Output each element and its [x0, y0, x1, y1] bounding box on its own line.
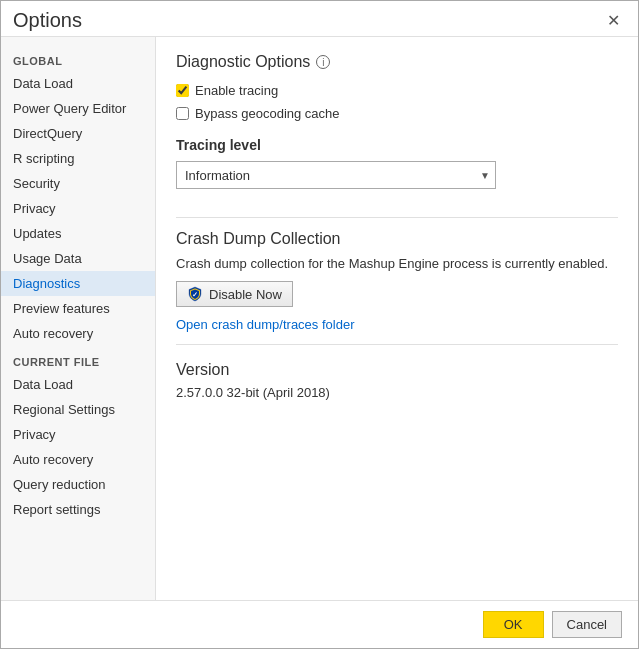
info-icon: i: [316, 55, 330, 69]
enable-tracing-checkbox[interactable]: [176, 84, 189, 97]
sidebar-item-r-scripting[interactable]: R scripting: [1, 146, 155, 171]
sidebar: GLOBAL Data Load Power Query Editor Dire…: [1, 37, 156, 600]
global-section-header: GLOBAL: [1, 45, 155, 71]
sidebar-item-cf-auto-recovery[interactable]: Auto recovery: [1, 447, 155, 472]
crash-dump-desc: Crash dump collection for the Mashup Eng…: [176, 256, 618, 271]
current-file-section-header: CURRENT FILE: [1, 346, 155, 372]
svg-text:✓: ✓: [192, 291, 198, 298]
main-content: Diagnostic Options i Enable tracing Bypa…: [156, 37, 638, 600]
diagnostic-options-label: Diagnostic Options: [176, 53, 310, 71]
open-crash-dump-link[interactable]: Open crash dump/traces folder: [176, 317, 354, 332]
sidebar-item-power-query-editor[interactable]: Power Query Editor: [1, 96, 155, 121]
dialog-title: Options: [13, 9, 82, 32]
disable-now-button[interactable]: ✓ Disable Now: [176, 281, 293, 307]
crash-dump-title: Crash Dump Collection: [176, 230, 618, 248]
sidebar-item-preview-features[interactable]: Preview features: [1, 296, 155, 321]
sidebar-item-cf-privacy[interactable]: Privacy: [1, 422, 155, 447]
sidebar-item-privacy[interactable]: Privacy: [1, 196, 155, 221]
tracing-level-dropdown-container: Information Verbose Error ▼: [176, 161, 496, 189]
dialog-body: GLOBAL Data Load Power Query Editor Dire…: [1, 36, 638, 600]
sidebar-item-report-settings[interactable]: Report settings: [1, 497, 155, 522]
sidebar-item-data-load[interactable]: Data Load: [1, 71, 155, 96]
bypass-geocoding-label[interactable]: Bypass geocoding cache: [195, 106, 340, 121]
sidebar-item-cf-data-load[interactable]: Data Load: [1, 372, 155, 397]
enable-tracing-label[interactable]: Enable tracing: [195, 83, 278, 98]
sidebar-item-auto-recovery-global[interactable]: Auto recovery: [1, 321, 155, 346]
close-button[interactable]: ✕: [601, 11, 626, 31]
enable-tracing-row: Enable tracing: [176, 83, 618, 98]
cancel-button[interactable]: Cancel: [552, 611, 622, 638]
divider-1: [176, 217, 618, 218]
sidebar-item-regional-settings[interactable]: Regional Settings: [1, 397, 155, 422]
bypass-geocoding-checkbox[interactable]: [176, 107, 189, 120]
sidebar-item-usage-data[interactable]: Usage Data: [1, 246, 155, 271]
sidebar-item-diagnostics[interactable]: Diagnostics: [1, 271, 155, 296]
tracing-level-title: Tracing level: [176, 137, 618, 153]
title-bar: Options ✕: [1, 1, 638, 36]
shield-icon: ✓: [187, 286, 203, 302]
sidebar-item-security[interactable]: Security: [1, 171, 155, 196]
divider-2: [176, 344, 618, 345]
ok-button[interactable]: OK: [483, 611, 544, 638]
dialog-footer: OK Cancel: [1, 600, 638, 648]
diagnostic-options-title: Diagnostic Options i: [176, 53, 618, 71]
sidebar-item-directquery[interactable]: DirectQuery: [1, 121, 155, 146]
bypass-geocoding-row: Bypass geocoding cache: [176, 106, 618, 121]
version-title: Version: [176, 361, 618, 379]
sidebar-item-updates[interactable]: Updates: [1, 221, 155, 246]
version-value: 2.57.0.0 32-bit (April 2018): [176, 385, 618, 400]
disable-now-label: Disable Now: [209, 287, 282, 302]
sidebar-item-query-reduction[interactable]: Query reduction: [1, 472, 155, 497]
tracing-level-select[interactable]: Information Verbose Error: [176, 161, 496, 189]
options-dialog: Options ✕ GLOBAL Data Load Power Query E…: [0, 0, 639, 649]
